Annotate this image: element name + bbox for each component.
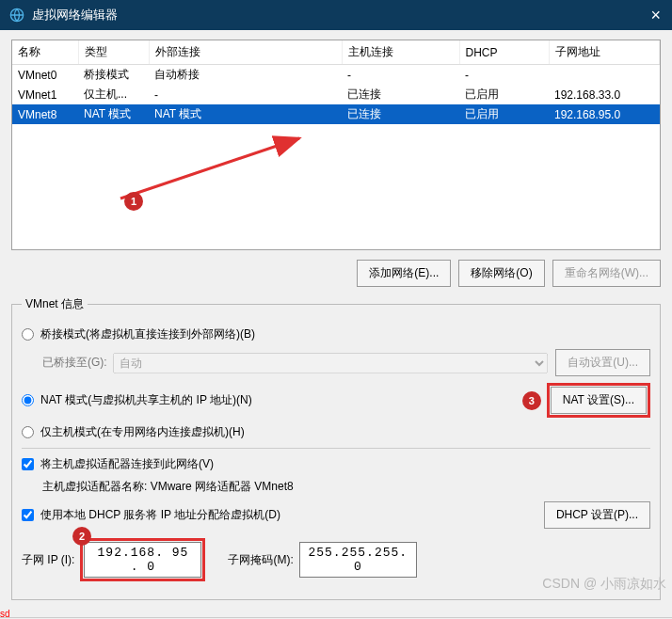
subnet-mask-input[interactable]: 255.255.255. 0 — [299, 542, 417, 578]
col-host[interactable]: 主机连接 — [342, 40, 459, 65]
host-adapter-label: 主机虚拟适配器名称: VMware 网络适配器 VMnet8 — [42, 479, 294, 495]
close-icon[interactable]: × — [650, 6, 661, 25]
hostonly-radio[interactable]: 仅主机模式(在专用网络内连接虚拟机)(H) — [22, 424, 245, 440]
table-row[interactable]: VMnet8NAT 模式NAT 模式已连接已启用192.168.95.0 — [12, 104, 660, 124]
bridge-radio[interactable]: 桥接模式(将虚拟机直接连接到外部网络)(B) — [22, 326, 255, 342]
subnet-ip-label: 子网 IP (I): — [22, 552, 74, 568]
bridge-to-select: 自动 — [113, 353, 549, 373]
vmnet-info-legend: VMnet 信息 — [22, 296, 88, 312]
nat-settings-button[interactable]: NAT 设置(S)... — [551, 387, 647, 414]
annotation-badge-1: 1 — [124, 192, 143, 211]
annotation-badge-2: 2 — [72, 527, 91, 546]
add-network-button[interactable]: 添加网络(E)... — [357, 260, 451, 287]
nat-radio[interactable]: NAT 模式(与虚拟机共享主机的 IP 地址)(N) — [22, 392, 252, 408]
dhcp-checkbox[interactable]: 使用本地 DHCP 服务将 IP 地址分配给虚拟机(D) — [22, 507, 280, 523]
nat-settings-highlight: NAT 设置(S)... — [547, 383, 650, 418]
vmnet-info-group: VMnet 信息 桥接模式(将虚拟机直接连接到外部网络)(B) 已桥接至(G):… — [11, 296, 661, 600]
subnet-mask-label: 子网掩码(M): — [228, 552, 293, 568]
window-title: 虚拟网络编辑器 — [32, 7, 118, 24]
col-type[interactable]: 类型 — [78, 40, 149, 65]
table-row[interactable]: VMnet1仅主机...-已连接已启用192.168.33.0 — [12, 85, 660, 104]
col-name[interactable]: 名称 — [12, 40, 78, 65]
app-logo-icon — [9, 8, 24, 23]
rename-network-button: 重命名网络(W)... — [552, 260, 661, 287]
svg-line-2 — [120, 138, 299, 198]
col-dhcp[interactable]: DHCP — [459, 40, 549, 65]
titlebar: 虚拟网络编辑器 × — [0, 0, 672, 30]
col-subnet[interactable]: 子网地址 — [549, 40, 660, 65]
connect-host-checkbox[interactable]: 将主机虚拟适配器连接到此网络(V) — [22, 456, 214, 472]
stray-text: sd — [0, 609, 10, 619]
network-table: 名称 类型 外部连接 主机连接 DHCP 子网地址 VMnet0桥接模式自动桥接… — [11, 40, 661, 250]
table-row[interactable]: VMnet0桥接模式自动桥接-- — [12, 65, 660, 86]
subnet-ip-highlight: 192.168. 95 . 0 — [80, 538, 205, 581]
bridge-to-label: 已桥接至(G): — [42, 355, 107, 371]
remove-network-button[interactable]: 移除网络(O) — [458, 260, 544, 287]
dhcp-settings-button[interactable]: DHCP 设置(P)... — [544, 501, 650, 529]
auto-bridge-button: 自动设置(U)... — [555, 349, 650, 376]
annotation-badge-3: 3 — [522, 391, 541, 410]
subnet-ip-input[interactable]: 192.168. 95 . 0 — [84, 542, 201, 578]
col-ext[interactable]: 外部连接 — [149, 40, 342, 65]
